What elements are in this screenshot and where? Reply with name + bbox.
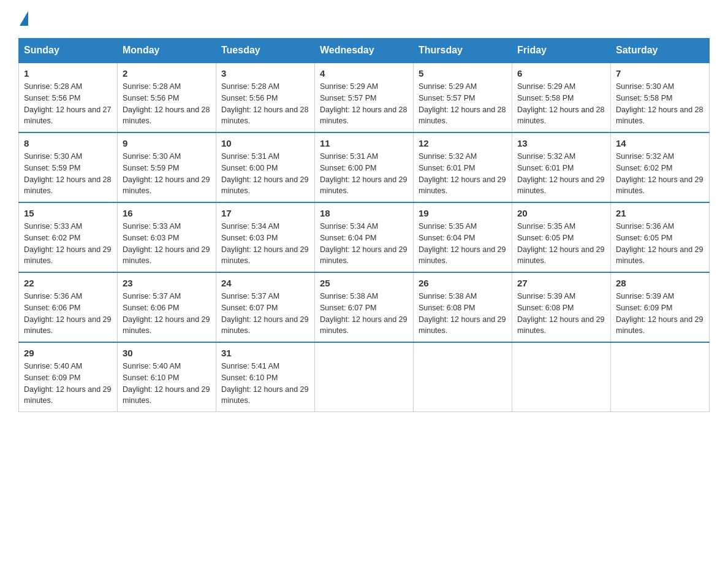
calendar-header-friday: Friday	[512, 39, 611, 63]
calendar-cell: 3 Sunrise: 5:28 AMSunset: 5:56 PMDayligh…	[216, 63, 315, 132]
calendar-header-sunday: Sunday	[19, 39, 118, 63]
day-info: Sunrise: 5:38 AMSunset: 6:07 PMDaylight:…	[320, 291, 408, 337]
calendar-cell: 9 Sunrise: 5:30 AMSunset: 5:59 PMDayligh…	[118, 132, 216, 202]
day-info: Sunrise: 5:28 AMSunset: 5:56 PMDaylight:…	[221, 81, 309, 127]
calendar-header-row: SundayMondayTuesdayWednesdayThursdayFrid…	[19, 39, 710, 63]
calendar-header-tuesday: Tuesday	[216, 39, 315, 63]
day-info: Sunrise: 5:32 AMSunset: 6:01 PMDaylight:…	[419, 151, 507, 197]
day-number: 17	[221, 208, 309, 218]
day-number: 12	[419, 138, 507, 148]
day-number: 22	[24, 278, 112, 288]
calendar-cell: 6 Sunrise: 5:29 AMSunset: 5:58 PMDayligh…	[512, 63, 611, 132]
day-number: 25	[320, 278, 408, 288]
calendar-cell: 11 Sunrise: 5:31 AMSunset: 6:00 PMDaylig…	[315, 132, 414, 202]
day-number: 24	[221, 278, 309, 288]
day-info: Sunrise: 5:28 AMSunset: 5:56 PMDaylight:…	[24, 81, 112, 127]
day-info: Sunrise: 5:30 AMSunset: 5:59 PMDaylight:…	[24, 151, 112, 197]
calendar-header-thursday: Thursday	[414, 39, 512, 63]
day-number: 8	[24, 138, 112, 148]
calendar-cell: 25 Sunrise: 5:38 AMSunset: 6:07 PMDaylig…	[315, 272, 414, 342]
calendar-week-row: 29 Sunrise: 5:40 AMSunset: 6:09 PMDaylig…	[19, 342, 710, 412]
calendar-cell: 30 Sunrise: 5:40 AMSunset: 6:10 PMDaylig…	[118, 342, 216, 412]
calendar-table: SundayMondayTuesdayWednesdayThursdayFrid…	[18, 38, 710, 412]
day-info: Sunrise: 5:32 AMSunset: 6:01 PMDaylight:…	[517, 151, 605, 197]
calendar-cell: 22 Sunrise: 5:36 AMSunset: 6:06 PMDaylig…	[19, 272, 118, 342]
day-info: Sunrise: 5:29 AMSunset: 5:58 PMDaylight:…	[517, 81, 605, 127]
calendar-cell: 31 Sunrise: 5:41 AMSunset: 6:10 PMDaylig…	[216, 342, 315, 412]
calendar-cell: 13 Sunrise: 5:32 AMSunset: 6:01 PMDaylig…	[512, 132, 611, 202]
day-info: Sunrise: 5:37 AMSunset: 6:07 PMDaylight:…	[221, 291, 309, 337]
calendar-header-wednesday: Wednesday	[315, 39, 414, 63]
calendar-cell: 15 Sunrise: 5:33 AMSunset: 6:02 PMDaylig…	[19, 202, 118, 272]
calendar-cell: 14 Sunrise: 5:32 AMSunset: 6:02 PMDaylig…	[611, 132, 710, 202]
calendar-week-row: 1 Sunrise: 5:28 AMSunset: 5:56 PMDayligh…	[19, 63, 710, 132]
day-number: 21	[616, 208, 704, 218]
calendar-cell	[414, 342, 512, 412]
day-info: Sunrise: 5:31 AMSunset: 6:00 PMDaylight:…	[221, 151, 309, 197]
day-info: Sunrise: 5:38 AMSunset: 6:08 PMDaylight:…	[419, 291, 507, 337]
day-number: 20	[517, 208, 605, 218]
day-number: 27	[517, 278, 605, 288]
calendar-cell: 4 Sunrise: 5:29 AMSunset: 5:57 PMDayligh…	[315, 63, 414, 132]
calendar-cell: 2 Sunrise: 5:28 AMSunset: 5:56 PMDayligh…	[118, 63, 216, 132]
day-number: 13	[517, 138, 605, 148]
day-info: Sunrise: 5:33 AMSunset: 6:03 PMDaylight:…	[123, 221, 211, 267]
calendar-cell	[315, 342, 414, 412]
day-number: 2	[123, 68, 211, 79]
calendar-cell: 27 Sunrise: 5:39 AMSunset: 6:08 PMDaylig…	[512, 272, 611, 342]
calendar-cell: 21 Sunrise: 5:36 AMSunset: 6:05 PMDaylig…	[611, 202, 710, 272]
day-number: 3	[221, 68, 309, 79]
day-info: Sunrise: 5:37 AMSunset: 6:06 PMDaylight:…	[123, 291, 211, 337]
day-number: 28	[616, 278, 704, 288]
day-number: 4	[320, 68, 408, 79]
calendar-cell: 8 Sunrise: 5:30 AMSunset: 5:59 PMDayligh…	[19, 132, 118, 202]
day-info: Sunrise: 5:29 AMSunset: 5:57 PMDaylight:…	[320, 81, 408, 127]
calendar-cell: 7 Sunrise: 5:30 AMSunset: 5:58 PMDayligh…	[611, 63, 710, 132]
day-number: 29	[24, 348, 112, 358]
calendar-cell	[512, 342, 611, 412]
day-number: 18	[320, 208, 408, 218]
day-number: 11	[320, 138, 408, 148]
calendar-cell: 1 Sunrise: 5:28 AMSunset: 5:56 PMDayligh…	[19, 63, 118, 132]
day-info: Sunrise: 5:36 AMSunset: 6:06 PMDaylight:…	[24, 291, 112, 337]
day-number: 26	[419, 278, 507, 288]
calendar-cell: 28 Sunrise: 5:39 AMSunset: 6:09 PMDaylig…	[611, 272, 710, 342]
day-number: 15	[24, 208, 112, 218]
day-info: Sunrise: 5:30 AMSunset: 5:58 PMDaylight:…	[616, 81, 704, 127]
day-number: 9	[123, 138, 211, 148]
calendar-week-row: 22 Sunrise: 5:36 AMSunset: 6:06 PMDaylig…	[19, 272, 710, 342]
day-info: Sunrise: 5:30 AMSunset: 5:59 PMDaylight:…	[123, 151, 211, 197]
calendar-cell: 19 Sunrise: 5:35 AMSunset: 6:04 PMDaylig…	[414, 202, 512, 272]
day-info: Sunrise: 5:28 AMSunset: 5:56 PMDaylight:…	[123, 81, 211, 127]
calendar-cell: 20 Sunrise: 5:35 AMSunset: 6:05 PMDaylig…	[512, 202, 611, 272]
day-info: Sunrise: 5:35 AMSunset: 6:05 PMDaylight:…	[517, 221, 605, 267]
day-number: 16	[123, 208, 211, 218]
day-info: Sunrise: 5:40 AMSunset: 6:09 PMDaylight:…	[24, 361, 112, 407]
logo	[18, 12, 28, 26]
day-number: 23	[123, 278, 211, 288]
day-info: Sunrise: 5:39 AMSunset: 6:08 PMDaylight:…	[517, 291, 605, 337]
calendar-week-row: 8 Sunrise: 5:30 AMSunset: 5:59 PMDayligh…	[19, 132, 710, 202]
calendar-cell	[611, 342, 710, 412]
day-info: Sunrise: 5:41 AMSunset: 6:10 PMDaylight:…	[221, 361, 309, 407]
calendar-cell: 12 Sunrise: 5:32 AMSunset: 6:01 PMDaylig…	[414, 132, 512, 202]
day-number: 19	[419, 208, 507, 218]
day-number: 1	[24, 68, 112, 79]
day-info: Sunrise: 5:29 AMSunset: 5:57 PMDaylight:…	[419, 81, 507, 127]
calendar-cell: 24 Sunrise: 5:37 AMSunset: 6:07 PMDaylig…	[216, 272, 315, 342]
day-info: Sunrise: 5:36 AMSunset: 6:05 PMDaylight:…	[616, 221, 704, 267]
day-info: Sunrise: 5:33 AMSunset: 6:02 PMDaylight:…	[24, 221, 112, 267]
day-info: Sunrise: 5:39 AMSunset: 6:09 PMDaylight:…	[616, 291, 704, 337]
calendar-week-row: 15 Sunrise: 5:33 AMSunset: 6:02 PMDaylig…	[19, 202, 710, 272]
day-info: Sunrise: 5:32 AMSunset: 6:02 PMDaylight:…	[616, 151, 704, 197]
day-info: Sunrise: 5:34 AMSunset: 6:03 PMDaylight:…	[221, 221, 309, 267]
day-number: 6	[517, 68, 605, 79]
day-number: 5	[419, 68, 507, 79]
day-info: Sunrise: 5:34 AMSunset: 6:04 PMDaylight:…	[320, 221, 408, 267]
calendar-cell: 29 Sunrise: 5:40 AMSunset: 6:09 PMDaylig…	[19, 342, 118, 412]
day-number: 30	[123, 348, 211, 358]
calendar-cell: 18 Sunrise: 5:34 AMSunset: 6:04 PMDaylig…	[315, 202, 414, 272]
day-info: Sunrise: 5:35 AMSunset: 6:04 PMDaylight:…	[419, 221, 507, 267]
day-number: 10	[221, 138, 309, 148]
calendar-cell: 17 Sunrise: 5:34 AMSunset: 6:03 PMDaylig…	[216, 202, 315, 272]
